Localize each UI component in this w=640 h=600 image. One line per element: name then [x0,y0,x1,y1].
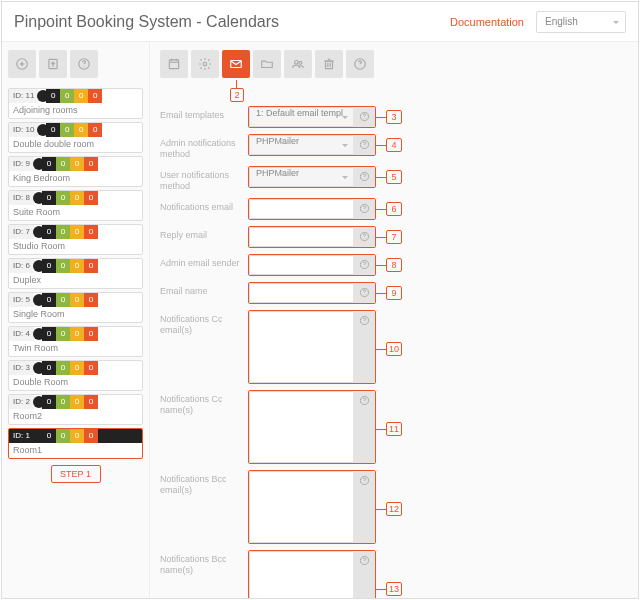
calendar-id: ID: 7 [9,225,34,239]
field-help-icon[interactable] [353,391,375,463]
callout-6: 6 [386,202,402,216]
calendar-name: Suite Room [9,205,142,220]
callout-4: 4 [386,138,402,152]
help-button[interactable] [70,50,98,78]
calendar-item[interactable]: ID: 3 0 0 0 0 Double Room [8,360,143,391]
field-select[interactable]: PHPMailer [249,167,353,187]
field-help-icon[interactable] [353,255,375,275]
field-label: Email name [160,282,248,297]
calendar-id: ID: 3 [9,361,34,375]
calendar-item[interactable]: ID: 11 0 0 0 0 Adjoining rooms [8,88,143,119]
field-label: Notifications Bcc name(s) [160,550,248,576]
calendar-id: ID: 10 [9,123,38,137]
calendar-item[interactable]: ID: 9 0 0 0 0 King Bedroom [8,156,143,187]
count-orange: 0 [84,191,98,205]
toolbar-help-icon[interactable] [346,50,374,78]
calendar-item[interactable]: ID: 7 0 0 0 0 Studio Room [8,224,143,255]
svg-point-14 [299,61,302,64]
field-input[interactable] [249,199,353,219]
field-textarea[interactable] [249,391,353,463]
status-dot-icon [34,191,42,205]
sidebar: ID: 11 0 0 0 0 Adjoining rooms ID: 10 0 … [2,42,150,598]
calendar-id: ID: 4 [9,327,34,341]
field-textarea[interactable] [249,471,353,543]
calendar-item[interactable]: ID: 6 0 0 0 0 Duplex [8,258,143,289]
field-input[interactable] [249,227,353,247]
status-dot-icon [38,123,46,137]
calendar-name: Studio Room [9,239,142,254]
callout-5: 5 [386,170,402,184]
callout-12: 12 [386,502,402,516]
count-orange: 0 [88,123,102,137]
calendar-name: Adjoining rooms [9,103,142,118]
field-help-icon[interactable] [353,199,375,219]
callout-13: 13 [386,582,402,596]
field-label: Email templates [160,106,248,121]
count-yellow: 0 [70,395,84,409]
calendar-tab-icon[interactable] [160,50,188,78]
calendar-id: ID: 2 [9,395,34,409]
field-input[interactable] [249,255,353,275]
count-green: 0 [56,225,70,239]
settings-tab-icon[interactable] [191,50,219,78]
callout-8: 8 [386,258,402,272]
calendar-item[interactable]: ID: 8 0 0 0 0 Suite Room [8,190,143,221]
language-select[interactable]: English [536,11,626,33]
svg-rect-7 [169,60,178,69]
field-help-icon[interactable] [353,551,375,598]
documentation-link[interactable]: Documentation [450,16,524,28]
calendar-name: Double double room [9,137,142,152]
calendar-item[interactable]: ID: 10 0 0 0 0 Double double room [8,122,143,153]
main-toolbar: 2 [160,50,628,78]
field-help-icon[interactable] [353,471,375,543]
field-textarea[interactable] [249,311,353,383]
callout-7: 7 [386,230,402,244]
folder-tab-icon[interactable] [253,50,281,78]
field-label: Notifications email [160,198,248,213]
field-help-icon[interactable] [353,311,375,383]
field-input[interactable] [249,283,353,303]
count-green: 0 [56,327,70,341]
field-help-icon[interactable] [353,167,375,187]
field-select[interactable]: PHPMailer [249,135,353,155]
calendar-name: Twin Room [9,341,142,356]
field-help-icon[interactable] [353,135,375,155]
field-help-icon[interactable] [353,283,375,303]
callout-9: 9 [386,286,402,300]
field-label: Notifications Cc name(s) [160,390,248,416]
svg-point-11 [203,62,207,66]
svg-point-13 [295,61,299,65]
export-button[interactable] [39,50,67,78]
calendar-id: ID: 5 [9,293,34,307]
status-dot-icon [34,361,42,375]
count-green: 0 [56,395,70,409]
users-tab-icon[interactable] [284,50,312,78]
count-green: 0 [56,157,70,171]
count-yellow: 0 [70,429,84,443]
callout-3: 3 [386,110,402,124]
callout-11: 11 [386,422,402,436]
svg-rect-15 [326,61,333,69]
field-label: User notifications method [160,166,248,192]
delete-tab-icon[interactable] [315,50,343,78]
calendar-item[interactable]: ID: 2 0 0 0 0 Room2 [8,394,143,425]
count-yellow: 0 [74,123,88,137]
email-tab-icon[interactable] [222,50,250,78]
status-dot-icon [34,429,42,443]
field-select[interactable]: 1: Default email templ [249,107,353,127]
calendar-name: Room1 [9,443,142,458]
calendar-item[interactable]: ID: 5 0 0 0 0 Single Room [8,292,143,323]
field-textarea[interactable] [249,551,353,598]
status-dot-icon [38,89,46,103]
field-help-icon[interactable] [353,227,375,247]
count-green: 0 [56,293,70,307]
count-yellow: 0 [70,327,84,341]
calendar-item[interactable]: ID: 4 0 0 0 0 Twin Room [8,326,143,357]
calendar-id: ID: 11 [9,89,38,103]
calendar-item[interactable]: ID: 1 0 0 0 0 Room1 [8,428,143,459]
add-calendar-button[interactable] [8,50,36,78]
field-help-icon[interactable] [353,107,375,127]
status-dot-icon [34,327,42,341]
count-green: 0 [60,89,74,103]
field-label: Notifications Bcc email(s) [160,470,248,496]
